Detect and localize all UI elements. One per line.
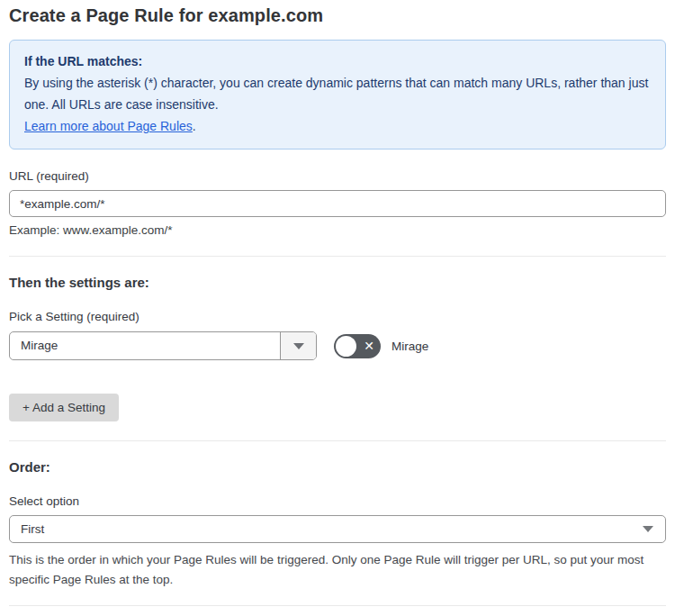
settings-section-heading: Then the settings are:	[9, 275, 666, 290]
add-setting-button[interactable]: + Add a Setting	[9, 394, 119, 421]
setting-dropdown-value: Mirage	[10, 332, 280, 359]
page-title: Create a Page Rule for example.com	[9, 5, 666, 26]
toggle-label: Mirage	[392, 340, 428, 353]
setting-row: Mirage ✕ Mirage	[9, 331, 666, 360]
chevron-down-icon	[293, 343, 304, 349]
url-field-label: URL (required)	[9, 169, 666, 183]
divider	[9, 256, 666, 257]
setting-dropdown[interactable]: Mirage	[9, 331, 317, 360]
divider	[9, 440, 666, 441]
url-input[interactable]	[9, 190, 666, 217]
url-match-info-box: If the URL matches: By using the asteris…	[9, 40, 666, 149]
setting-picker-label: Pick a Setting (required)	[9, 310, 666, 323]
info-box-link-line: Learn more about Page Rules.	[24, 115, 651, 137]
order-select-value: First	[10, 522, 643, 536]
order-select-label: Select option	[9, 494, 666, 508]
toggle-off-x-icon: ✕	[364, 340, 374, 352]
mirage-toggle[interactable]: ✕	[334, 334, 381, 358]
order-help-text: This is the order in which your Page Rul…	[9, 550, 666, 590]
setting-dropdown-arrow-button[interactable]	[280, 332, 316, 359]
info-box-body: By using the asterisk (*) character, you…	[24, 72, 651, 115]
chevron-down-icon	[643, 526, 653, 532]
link-period: .	[193, 119, 196, 133]
info-box-heading: If the URL matches:	[24, 50, 651, 72]
divider	[9, 605, 666, 606]
order-select[interactable]: First	[9, 515, 666, 543]
toggle-knob	[336, 336, 356, 357]
learn-more-link[interactable]: Learn more about Page Rules	[24, 119, 193, 133]
order-section-heading: Order:	[9, 459, 666, 475]
url-field-example: Example: www.example.com/*	[9, 223, 666, 237]
